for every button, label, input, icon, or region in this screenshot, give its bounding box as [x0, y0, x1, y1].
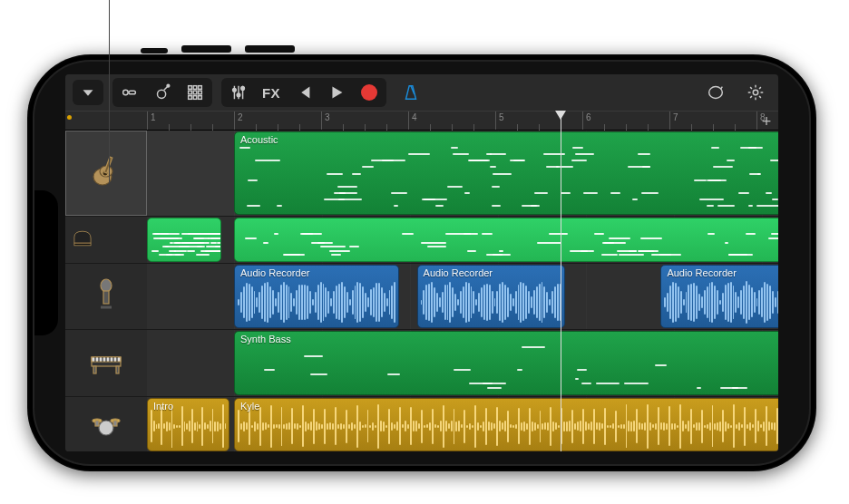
svg-rect-27	[93, 366, 96, 373]
region-acoustic-0[interactable]: Acoustic	[234, 131, 778, 215]
svg-rect-24	[103, 291, 109, 304]
region-vocal-0[interactable]: Audio Recorder	[234, 265, 399, 328]
track-header-vocal[interactable]	[65, 264, 147, 330]
region-label: Audio Recorder	[240, 267, 393, 278]
ruler-bar-number: 3	[321, 111, 330, 130]
ruler-bar-number: 4	[408, 111, 417, 130]
region-vocal-1[interactable]: Audio Recorder	[417, 265, 565, 328]
notch	[33, 190, 58, 335]
svg-rect-1	[129, 91, 135, 94]
track-lane-acoustic[interactable]: Acoustic	[147, 131, 778, 217]
view-menu-button[interactable]	[73, 80, 103, 105]
ruler-bar-number: 7	[669, 111, 678, 130]
metronome-button[interactable]	[395, 80, 426, 105]
region-label: Audio Recorder	[667, 267, 776, 278]
region-synth-0[interactable]: Synth Bass	[234, 331, 778, 394]
region-label: Kyle	[240, 401, 778, 412]
tracks-area: AcousticAudio RecorderAudio RecorderAudi…	[65, 131, 778, 451]
drum-kit-icon	[88, 404, 124, 444]
svg-point-14	[237, 93, 240, 97]
track-header-piano[interactable]	[65, 217, 147, 263]
svg-point-13	[233, 88, 237, 92]
region-label: Acoustic	[240, 134, 778, 145]
svg-point-2	[158, 90, 166, 98]
track-lane-vocal[interactable]: Audio RecorderAudio RecorderAudio Record…	[147, 264, 778, 330]
cycle-indicator	[67, 115, 72, 120]
phone-frame: FX	[27, 54, 816, 471]
ruler-bar-number: 6	[582, 111, 591, 130]
add-section-button[interactable]: +	[758, 113, 775, 130]
svg-rect-9	[199, 91, 202, 94]
ruler-bar-number: 5	[495, 111, 504, 130]
svg-rect-8	[193, 91, 197, 94]
svg-rect-33	[113, 421, 117, 426]
fx-button[interactable]: FX	[256, 80, 287, 105]
play-button[interactable]	[321, 80, 352, 105]
svg-rect-11	[193, 96, 197, 100]
record-button[interactable]	[354, 80, 385, 105]
svg-point-17	[753, 90, 758, 95]
svg-point-16	[709, 87, 723, 99]
volume-down-button	[245, 45, 295, 53]
svg-point-0	[123, 90, 129, 95]
control-bar: FX	[65, 74, 778, 111]
svg-rect-12	[199, 96, 202, 100]
view-switch-group	[112, 78, 212, 107]
track-lanes[interactable]: AcousticAudio RecorderAudio RecorderAudi…	[147, 131, 778, 451]
track-lane-drums[interactable]: IntroKyle	[147, 397, 778, 451]
track-lane-piano[interactable]	[147, 217, 778, 263]
track-headers	[65, 131, 147, 451]
app-screen: FX	[65, 74, 778, 451]
phone-bezel: FX	[33, 60, 811, 466]
loop-browser-button[interactable]	[700, 80, 731, 105]
region-label: Audio Recorder	[424, 267, 559, 278]
svg-rect-22	[74, 243, 91, 246]
track-lane-synth[interactable]: Synth Bass	[147, 330, 778, 396]
svg-rect-32	[95, 421, 99, 426]
svg-point-15	[241, 87, 245, 91]
transport-group: FX	[221, 78, 386, 107]
track-view-button[interactable]	[114, 80, 145, 105]
region-label: Synth Bass	[240, 334, 778, 344]
svg-rect-28	[116, 366, 119, 373]
svg-rect-6	[199, 86, 202, 90]
plus-icon: +	[762, 112, 772, 131]
region-piano-1[interactable]	[234, 218, 778, 261]
grand-piano-icon	[71, 227, 94, 254]
mute-switch	[141, 48, 168, 53]
track-header-synth[interactable]	[65, 330, 147, 396]
region-label: Intro	[153, 401, 223, 412]
record-icon	[361, 84, 377, 101]
ruler[interactable]: 123456789 +	[65, 111, 778, 131]
svg-point-23	[101, 279, 112, 292]
instrument-browser-button[interactable]	[147, 80, 178, 105]
settings-button[interactable]	[740, 80, 771, 105]
playhead[interactable]	[561, 111, 561, 451]
grid-button[interactable]	[180, 80, 210, 105]
mixer-button[interactable]	[223, 80, 254, 105]
region-drums-1[interactable]: Kyle	[234, 398, 778, 451]
keyboard-icon	[88, 343, 124, 383]
track-header-acoustic[interactable]	[65, 131, 147, 217]
ruler-bar-number: 2	[234, 111, 243, 130]
region-vocal-2[interactable]: Audio Recorder	[660, 265, 778, 328]
svg-rect-7	[189, 91, 192, 94]
svg-point-3	[167, 84, 170, 87]
ruler-bar-number: 1	[147, 111, 156, 130]
svg-point-29	[99, 421, 113, 435]
fx-label: FX	[262, 85, 280, 101]
callout-line	[109, 0, 110, 183]
svg-rect-5	[193, 86, 197, 90]
svg-rect-4	[189, 86, 192, 90]
microphone-icon	[88, 276, 124, 316]
region-drums-0[interactable]: Intro	[147, 398, 229, 451]
track-header-drums[interactable]	[65, 397, 147, 451]
go-to-beginning-button[interactable]	[288, 80, 319, 105]
svg-rect-10	[189, 96, 192, 100]
volume-up-button	[181, 45, 231, 53]
acoustic-guitar-icon	[88, 153, 124, 193]
region-piano-0[interactable]	[147, 218, 221, 261]
